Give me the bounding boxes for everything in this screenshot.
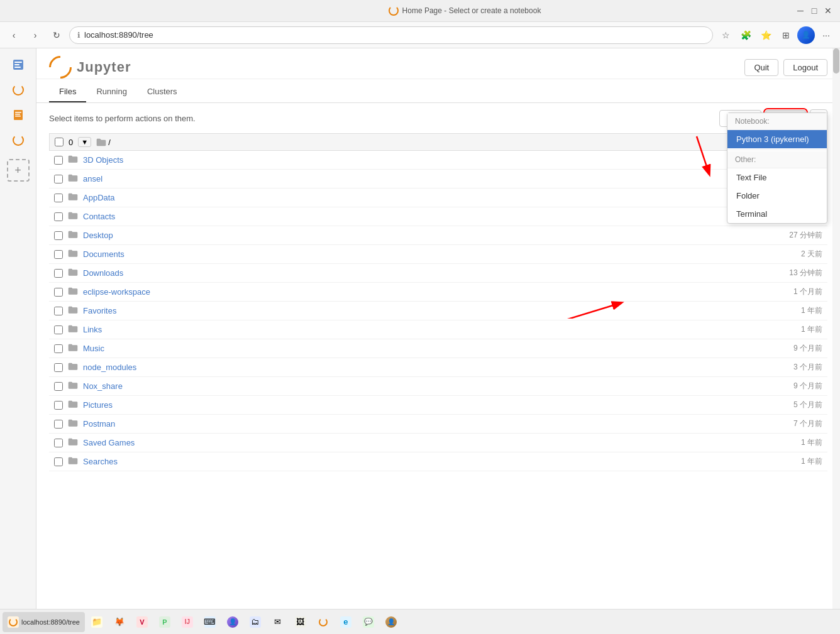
file-name-2[interactable]: AppData xyxy=(83,193,754,202)
file-name-12[interactable]: Nox_share xyxy=(83,381,754,391)
select-all-checkbox[interactable] xyxy=(55,138,64,146)
taskbar-item-vscode[interactable]: ⌨ xyxy=(199,612,221,632)
favorites-button[interactable]: ⭐ xyxy=(757,26,775,44)
svg-rect-1 xyxy=(14,62,22,63)
menu-button[interactable]: ··· xyxy=(817,26,835,44)
file-time-9: 1 年前 xyxy=(760,324,822,335)
refresh-button[interactable]: ↻ xyxy=(48,26,65,44)
sidebar-icon-spinner2[interactable] xyxy=(7,129,30,151)
table-row: Nox_share 9 个月前 xyxy=(49,377,827,396)
file-checkbox-14[interactable] xyxy=(54,420,63,429)
path-section: / xyxy=(96,138,111,147)
file-name-14[interactable]: Postman xyxy=(83,419,754,429)
scrollbar-track[interactable] xyxy=(832,48,840,609)
terminal-option[interactable]: Terminal xyxy=(727,205,827,223)
taskbar-item-user[interactable]: 👤 xyxy=(380,612,402,632)
extensions-button[interactable]: 🧩 xyxy=(737,26,754,44)
file-checkbox-4[interactable] xyxy=(54,231,63,240)
file-checkbox-12[interactable] xyxy=(54,382,63,391)
tab-clusters[interactable]: Clusters xyxy=(137,82,187,102)
file-checkbox-8[interactable] xyxy=(54,307,63,315)
new-dropdown-menu: Notebook: Python 3 (ipykernel) Other: Te… xyxy=(727,112,827,224)
text-file-option[interactable]: Text File xyxy=(727,168,827,187)
file-time-11: 3 个月前 xyxy=(760,362,822,373)
file-name-5[interactable]: Documents xyxy=(83,249,754,259)
tab-files[interactable]: Files xyxy=(49,82,86,102)
taskbar-item-avatar1[interactable]: 👤 xyxy=(222,612,243,632)
sort-dropdown[interactable]: ▼ xyxy=(78,137,91,147)
sidebar-icon-spinner[interactable] xyxy=(7,79,30,101)
file-checkbox-5[interactable] xyxy=(54,250,63,259)
taskbar-item-jupyter[interactable]: localhost:8890/tree xyxy=(3,612,85,632)
sidebar-icon-history[interactable] xyxy=(7,53,30,76)
file-checkbox-1[interactable] xyxy=(54,175,63,183)
file-browser-header: Select items to perform actions on them.… xyxy=(49,103,827,133)
taskbar-item-pycharm[interactable]: P xyxy=(154,612,175,632)
main-layout: + Jupyter Quit Logout Files Running Clus… xyxy=(0,48,840,609)
tab-running[interactable]: Running xyxy=(86,82,136,102)
file-name-7[interactable]: eclipse-workspace xyxy=(83,287,754,297)
file-checkbox-6[interactable] xyxy=(54,269,63,278)
collections-button[interactable]: ⊞ xyxy=(777,26,795,44)
bookmark-star-button[interactable]: ☆ xyxy=(717,26,734,44)
back-button[interactable]: ‹ xyxy=(5,26,23,44)
taskbar-item-photos[interactable]: 🖼 xyxy=(290,612,311,632)
file-name-16[interactable]: Searches xyxy=(83,457,754,466)
file-checkbox-7[interactable] xyxy=(54,288,63,297)
table-row: Music 9 个月前 xyxy=(49,339,827,358)
file-checkbox-13[interactable] xyxy=(54,401,63,410)
file-name-15[interactable]: Saved Games xyxy=(83,438,754,447)
logout-button[interactable]: Logout xyxy=(783,59,827,76)
taskbar-item-wechat[interactable]: 💬 xyxy=(358,612,379,632)
python3-option[interactable]: Python 3 (ipykernel) xyxy=(727,130,827,148)
file-name-11[interactable]: node_modules xyxy=(83,363,754,372)
svg-rect-4 xyxy=(14,110,23,120)
file-name-3[interactable]: Contacts xyxy=(83,212,754,221)
taskbar-item-mail[interactable]: ✉ xyxy=(267,612,289,632)
taskbar-vivaldi-icon: V xyxy=(136,616,148,628)
file-name-6[interactable]: Downloads xyxy=(83,268,754,278)
taskbar-edge-icon: e xyxy=(340,616,351,628)
taskbar-fileexplorer-icon: 📁 xyxy=(91,616,102,628)
sidebar-icon-notes[interactable] xyxy=(7,104,30,126)
file-checkbox-16[interactable] xyxy=(54,457,63,466)
close-button[interactable]: ✕ xyxy=(824,6,832,15)
other-section-label: Other: xyxy=(727,151,827,168)
minimize-button[interactable]: ─ xyxy=(796,6,805,15)
taskbar-item-idea[interactable]: IJ xyxy=(177,612,198,632)
address-input[interactable]: ℹ localhost:8890/tree xyxy=(69,26,713,44)
file-time-6: 13 分钟前 xyxy=(760,268,822,278)
file-time-5: 2 天前 xyxy=(760,249,822,260)
taskbar-item-edge[interactable]: e xyxy=(335,612,356,632)
file-checkbox-11[interactable] xyxy=(54,363,63,372)
folder-option[interactable]: Folder xyxy=(727,187,827,205)
file-name-9[interactable]: Links xyxy=(83,325,754,334)
file-checkbox-2[interactable] xyxy=(54,194,63,202)
profile-avatar[interactable]: 👤 xyxy=(797,26,815,44)
taskbar-item-files2[interactable]: 🗂 xyxy=(245,612,266,632)
file-name-4[interactable]: Desktop xyxy=(83,231,754,240)
table-row: node_modules 3 个月前 xyxy=(49,358,827,377)
file-name-10[interactable]: Music xyxy=(83,344,754,353)
file-name-1[interactable]: ansel xyxy=(83,174,754,183)
maximize-button[interactable]: □ xyxy=(810,6,819,15)
taskbar-item-fileexplorer[interactable]: 📁 xyxy=(86,612,108,632)
file-checkbox-9[interactable] xyxy=(54,325,63,334)
forward-button[interactable]: › xyxy=(26,26,44,44)
quit-button[interactable]: Quit xyxy=(744,59,778,76)
taskbar-item-jupyter2[interactable] xyxy=(312,612,334,632)
file-checkbox-3[interactable] xyxy=(54,212,63,221)
taskbar-jupyter2-icon xyxy=(318,616,329,628)
table-row: 3D Objects xyxy=(49,151,827,170)
file-checkbox-0[interactable] xyxy=(54,156,63,165)
sidebar-add-button[interactable]: + xyxy=(7,159,30,182)
file-name-0[interactable]: 3D Objects xyxy=(83,155,754,165)
svg-rect-7 xyxy=(15,116,21,117)
file-name-8[interactable]: Favorites xyxy=(83,306,754,315)
file-checkbox-10[interactable] xyxy=(54,344,63,353)
scrollbar-thumb[interactable] xyxy=(833,48,839,74)
file-name-13[interactable]: Pictures xyxy=(83,400,754,410)
taskbar-item-vivaldi[interactable]: V xyxy=(131,612,153,632)
taskbar-item-firefox[interactable]: 🦊 xyxy=(109,612,130,632)
file-checkbox-15[interactable] xyxy=(54,439,63,447)
